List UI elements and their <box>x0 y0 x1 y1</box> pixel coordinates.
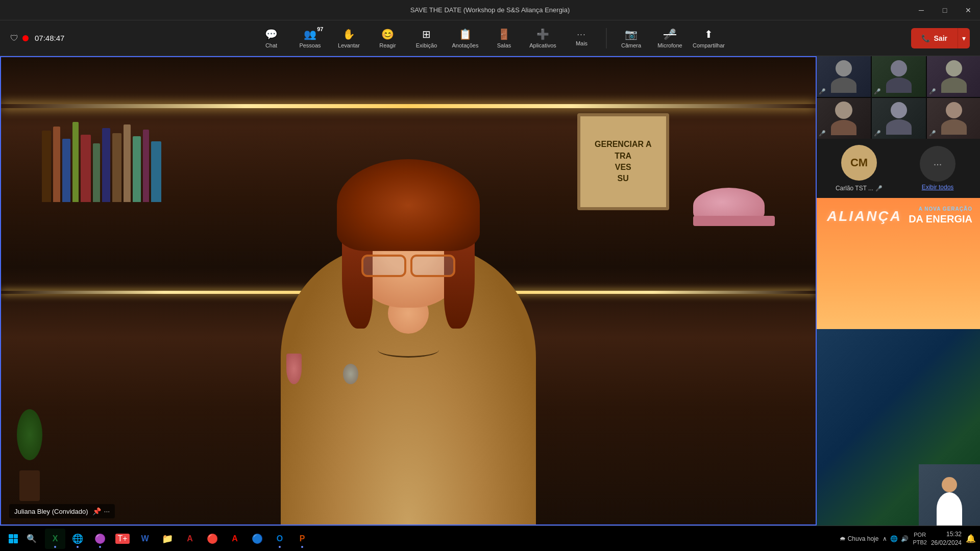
taskbar-right: 🌧 Chuva hoje ∧ 🌐 🔊 POR PTB2 15:32 26/02/… <box>840 530 976 547</box>
language-indicator[interactable]: POR PTB2 <box>913 531 927 546</box>
notification-icon[interactable]: 🔔 <box>966 534 976 543</box>
phone-icon: 📞 <box>921 34 930 42</box>
taskbar-app-acrobat[interactable]: A <box>225 529 245 549</box>
alianca-description: A NOVA GERAÇÃO DA ENERGIA <box>909 206 972 226</box>
taskbar-app-teams2[interactable]: T+ <box>112 529 133 549</box>
shield-icon: 🛡 <box>10 34 18 43</box>
title-bar: SAVE THE DATE (Workshop de S&S Aliança E… <box>0 0 980 20</box>
taskbar-app-edge[interactable]: 🌐 <box>67 529 88 549</box>
sidebar: 🎤 🎤 <box>817 56 980 525</box>
chat-icon: 💬 <box>265 28 278 40</box>
participant-avatar: CM <box>841 145 877 181</box>
edge-indicator <box>77 546 79 548</box>
close-button[interactable]: ✕ <box>957 0 980 20</box>
camera-button[interactable]: 📷 Câmera <box>613 23 650 54</box>
presenter-head <box>942 477 957 492</box>
taskbar-app-explorer[interactable]: 📁 <box>157 529 178 549</box>
more-options-icon[interactable]: ··· <box>104 507 110 515</box>
call-timer: 07:48:47 <box>35 34 64 42</box>
participants-grid: 🎤 🎤 <box>817 56 980 139</box>
taskbar-app-powerpoint[interactable]: P <box>292 529 312 549</box>
chat-label: Chat <box>265 42 277 48</box>
volume-icon[interactable]: 🔊 <box>901 535 909 542</box>
apps-button[interactable]: ➕ Aplicativos <box>525 23 561 54</box>
outlook-indicator <box>279 546 281 548</box>
share-icon: ⬆ <box>704 28 713 40</box>
people-button[interactable]: 👥 97 Pessoas <box>292 23 329 54</box>
app1-icon: 🔵 <box>252 533 263 544</box>
presenter-body <box>937 492 962 525</box>
powerpoint-icon: P <box>300 534 305 543</box>
microphone-button[interactable]: 🎤 Microfone <box>652 23 689 54</box>
weather-widget[interactable]: 🌧 Chuva hoje <box>840 535 879 542</box>
clock-time: 15:32 <box>931 530 962 539</box>
view-label: Exibição <box>416 42 437 48</box>
participant-thumb-6[interactable]: 🎤 <box>927 98 980 139</box>
taskbar-app-teams[interactable]: 🟣 <box>90 529 110 549</box>
participant-thumb-2[interactable]: 🎤 <box>872 56 926 97</box>
teams-icon: 🟣 <box>94 533 106 544</box>
raise-hand-button[interactable]: ✋ Levantar <box>331 23 368 54</box>
avatar-participant-name: Carlão TST ... <box>836 185 873 192</box>
pdf-icon: A <box>187 534 193 543</box>
view-button[interactable]: ⊞ Exibição <box>408 23 445 54</box>
search-button[interactable]: 🔍 <box>22 530 41 548</box>
chat-button[interactable]: 💬 Chat <box>253 23 290 54</box>
start-button[interactable] <box>4 530 22 548</box>
maximize-button[interactable]: □ <box>933 0 957 20</box>
participant-thumb-3[interactable]: 🎤 <box>927 56 980 97</box>
glasses <box>357 255 459 280</box>
end-call-button[interactable]: 📞 Sair <box>911 28 958 48</box>
speaker-video <box>255 127 561 524</box>
tray-expand-icon[interactable]: ∧ <box>883 535 887 542</box>
taskbar-app-outlook[interactable]: O <box>270 529 290 549</box>
end-call-chevron[interactable]: ▾ <box>958 28 970 48</box>
taskbar-app-word[interactable]: W <box>135 529 155 549</box>
mic-off-icon-5: 🎤 <box>874 130 881 137</box>
toolbar-center: 💬 Chat 👥 97 Pessoas ✋ Levantar 😊 Reagir … <box>253 23 727 54</box>
toolbar-separator <box>606 28 607 48</box>
outlook-icon: O <box>277 534 283 543</box>
mic-off-icon-1: 🎤 <box>819 88 826 95</box>
main-area: GERENCIAR ATRAVESSU <box>0 56 980 525</box>
rooms-button[interactable]: 🚪 Salas <box>486 23 523 54</box>
weather-text: Chuva hoje <box>848 535 879 542</box>
notes-label: Anotações <box>452 42 479 48</box>
participant-thumb-4[interactable]: 🎤 <box>817 98 871 139</box>
speaker-name-label: Juliana Bley (Convidado) 📌 ··· <box>9 504 115 518</box>
notes-button[interactable]: 📋 Anotações <box>447 23 484 54</box>
powerpoint-indicator <box>301 546 303 548</box>
raise-hand-label: Levantar <box>338 42 360 48</box>
mic-off-icon-6: 🎤 <box>929 130 936 137</box>
rooms-label: Salas <box>497 42 511 48</box>
minimize-button[interactable]: ─ <box>910 0 933 20</box>
network-icon[interactable]: 🌐 <box>890 535 898 542</box>
taskbar-app-pdf[interactable]: A <box>180 529 200 549</box>
end-call-label: Sair <box>934 34 947 42</box>
word-icon: W <box>141 534 149 543</box>
language-text: POR <box>913 531 927 538</box>
pin-icon[interactable]: 📌 <box>92 507 101 515</box>
weather-icon: 🌧 <box>840 535 846 542</box>
more-button[interactable]: ··· Mais <box>564 23 600 54</box>
more-icon: ··· <box>577 30 586 38</box>
more-participants-circle[interactable]: ··· <box>920 146 955 182</box>
participant-thumb-5[interactable]: 🎤 <box>872 98 926 139</box>
more-label: Mais <box>576 40 587 46</box>
excel-indicator <box>54 546 56 548</box>
react-button[interactable]: 😊 Reagir <box>370 23 406 54</box>
taskbar-app-excel[interactable]: X <box>45 529 65 549</box>
end-call-group: 📞 Sair ▾ <box>911 28 970 48</box>
taskbar-app-app1[interactable]: 🔵 <box>247 529 267 549</box>
people-label: Pessoas <box>299 42 321 48</box>
participant-thumb-1[interactable]: 🎤 <box>817 56 871 97</box>
clock-date: 26/02/2024 <box>931 539 962 547</box>
taskbar: 🔍 X 🌐 🟣 T+ W 📁 A 🔴 A <box>0 525 980 551</box>
bookshelf-light-top <box>1 104 816 108</box>
show-all-button[interactable]: Exibir todos <box>922 184 954 191</box>
camera-label: Câmera <box>621 42 641 48</box>
taskbar-app-chrome[interactable]: 🔴 <box>202 529 223 549</box>
teams2-icon: T+ <box>115 534 129 544</box>
share-button[interactable]: ⬆ Compartilhar <box>691 23 727 54</box>
system-clock[interactable]: 15:32 26/02/2024 <box>931 530 962 547</box>
